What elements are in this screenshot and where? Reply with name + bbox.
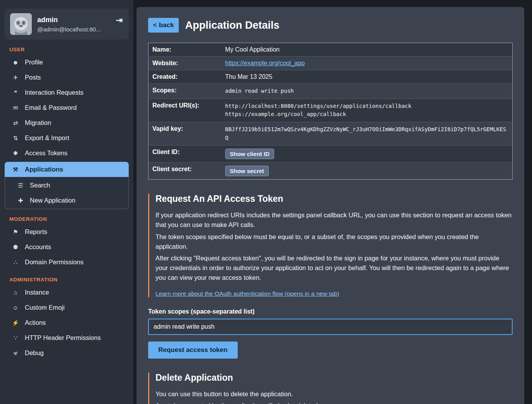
sidebar-item-http-header-permissions[interactable]: ∵ HTTP Header Permissions — [0, 330, 133, 345]
application-details-table: Name: My Cool Application Website: https… — [148, 43, 513, 180]
exchange-icon: ⇄ — [12, 120, 19, 127]
user-handle: @admin@localhost:80... — [37, 26, 101, 33]
share-nodes-icon: ∴ — [12, 259, 19, 266]
list-icon: ☰ — [17, 182, 24, 189]
sign-out-icon[interactable]: ⇥ — [116, 16, 123, 25]
sidebar-item-label: Actions — [25, 319, 46, 326]
sidebar-item-new-application[interactable]: ✚ New Application — [5, 193, 128, 208]
smiley-icon: ☺ — [12, 304, 19, 311]
sidebar-item-label: Profile — [25, 59, 43, 66]
sidebar-item-applications[interactable]: ⚒ Applications — [5, 162, 129, 177]
sidebar-item-label: Export & Import — [25, 134, 69, 142]
sidebar-item-label: Accounts — [25, 243, 51, 251]
table-row-redirect-uris: Redirect URI(s): http://localhost:8080/s… — [149, 99, 513, 122]
sidebar-item-accounts[interactable]: ⚉ Accounts — [0, 239, 133, 255]
sidebar-item-access-tokens[interactable]: ✱ Access Tokens — [0, 146, 133, 161]
section-label-user: USER — [9, 47, 133, 52]
delete-line-1: You can use this button to delete the ap… — [155, 389, 513, 399]
sidebar-item-interaction-requests[interactable]: ❝ Interaction Requests — [0, 85, 133, 100]
token-icon: ✱ — [12, 150, 19, 157]
app-root: admin @admin@localhost:80... ⇥ USER ☻ Pr… — [0, 0, 532, 404]
sidebar-item-reports[interactable]: ⚑ Reports — [0, 224, 133, 239]
row-label: Name: — [149, 43, 221, 57]
sidebar-item-domain-permissions[interactable]: ∴ Domain Permissions — [0, 255, 133, 270]
row-label: Client secret: — [149, 163, 221, 180]
sidebar-item-label: Email & Password — [25, 104, 77, 111]
vapid-key-value: BBJffJ219b5iE512m7wQSzv4KgKDhgZZVzNyWC_r… — [225, 126, 506, 141]
request-token-section: Request An API Access Token If your appl… — [148, 194, 513, 297]
token-scopes-input[interactable] — [148, 319, 513, 335]
sidebar-item-label: Posts — [25, 74, 41, 81]
section-paragraph: If your application redirect URIs includ… — [155, 210, 513, 230]
show-secret-button[interactable]: Show secret — [225, 166, 269, 176]
row-value: Thu Mar 13 2025 — [221, 70, 513, 84]
table-row-website: Website: https://example.org/cool_app — [149, 57, 513, 70]
user-meta: admin @admin@localhost:80... — [37, 16, 101, 33]
sidebar-item-label: New Application — [30, 197, 75, 204]
table-row-client-secret: Client secret: Show secret — [149, 163, 513, 180]
sidebar-item-applications-search[interactable]: ☰ Search — [5, 178, 128, 193]
sidebar-item-label: Reports — [25, 228, 47, 236]
sidebar-item-email-password[interactable]: ✉ Email & Password — [0, 100, 133, 115]
sidebar-item-instance[interactable]: ⌂ Instance — [0, 285, 133, 300]
sidebar-item-export-import[interactable]: ⇅ Export & Import — [0, 130, 133, 146]
lock-icon: ✉ — [12, 104, 19, 111]
sidebar-item-migration[interactable]: ⇄ Migration — [0, 115, 133, 130]
sidebar-item-label: Instance — [25, 289, 49, 296]
section-title: Delete Application — [155, 373, 513, 383]
plus-icon: ✚ — [17, 197, 24, 204]
sidebar-item-custom-emoji[interactable]: ☺ Custom Emoji — [0, 300, 133, 315]
table-row-name: Name: My Cool Application — [149, 43, 513, 57]
table-row-vapid-key: Vapid key: BBJffJ219b5iE512m7wQSzv4KgKDh… — [149, 122, 513, 146]
sidebar-item-label: Domain Permissions — [25, 258, 83, 266]
applications-submenu: ☰ Search ✚ New Application — [5, 177, 129, 209]
sidebar: admin @admin@localhost:80... ⇥ USER ☻ Pr… — [0, 0, 133, 404]
tools-icon: ⚒ — [12, 166, 19, 173]
delete-line-2: Any tokens created by the application wi… — [155, 401, 513, 404]
sidebar-item-label: Access Tokens — [25, 149, 67, 157]
sidebar-item-debug[interactable]: ☣ Debug — [0, 345, 133, 361]
back-button[interactable]: < back — [148, 18, 179, 33]
row-label: Redirect URI(s): — [149, 99, 221, 122]
table-row-scopes: Scopes: admin read write push — [149, 84, 513, 99]
flag-icon: ⚑ — [12, 229, 19, 236]
table-row-client-id: Client ID: Show client ID — [149, 146, 513, 163]
section-label-moderation: MODERATION — [9, 216, 133, 222]
user-card: admin @admin@localhost:80... ⇥ — [5, 9, 129, 40]
sidebar-item-posts[interactable]: ✈ Posts — [0, 70, 133, 85]
save-icon: ⇅ — [12, 135, 19, 142]
section-paragraph: After clicking "Request access token", y… — [155, 253, 513, 282]
header-permissions-icon: ∵ — [12, 335, 19, 342]
users-icon: ⚉ — [12, 244, 19, 251]
avatar — [10, 13, 32, 35]
sidebar-item-actions[interactable]: ⚡ Actions — [0, 315, 133, 330]
row-label: Client ID: — [149, 146, 221, 163]
website-link[interactable]: https://example.org/cool_app — [225, 60, 305, 66]
user-name: admin — [37, 16, 101, 24]
section-label-administration: ADMINISTRATION — [9, 277, 133, 283]
table-row-created: Created: Thu Mar 13 2025 — [149, 70, 513, 84]
sidebar-item-label: Migration — [25, 119, 51, 127]
row-label: Scopes: — [149, 84, 221, 99]
section-paragraph: The token scopes specified below must be… — [155, 232, 513, 251]
sidebar-item-label: Debug — [25, 349, 44, 357]
applications-group: ⚒ Applications ☰ Search ✚ New Applicatio… — [5, 162, 129, 209]
sidebar-item-label: Applications — [25, 166, 63, 173]
bolt-icon: ⚡ — [12, 319, 19, 326]
profile-icon: ☻ — [12, 59, 19, 66]
page-header: < back Application Details — [148, 18, 513, 33]
oauth-docs-link[interactable]: Learn more about the OAuth authenticatio… — [155, 290, 339, 297]
comment-icon: ❝ — [12, 89, 19, 96]
sidebar-item-label: Custom Emoji — [25, 304, 65, 311]
sidebar-item-profile[interactable]: ☻ Profile — [0, 55, 133, 70]
bug-icon: ☣ — [12, 350, 19, 357]
section-title: Request An API Access Token — [155, 194, 513, 204]
paper-plane-icon: ✈ — [12, 74, 19, 81]
delete-application-section: Delete Application You can use this butt… — [148, 373, 513, 404]
token-scopes-label: Token scopes (space-separated list) — [148, 308, 513, 315]
redirect-uri-2: https://example.org/cool_app/callback — [225, 110, 509, 119]
sitemap-icon: ⌂ — [12, 289, 19, 296]
sidebar-item-label: Search — [30, 182, 50, 189]
request-access-token-button[interactable]: Request access token — [148, 342, 238, 359]
show-client-id-button[interactable]: Show client ID — [225, 149, 275, 159]
